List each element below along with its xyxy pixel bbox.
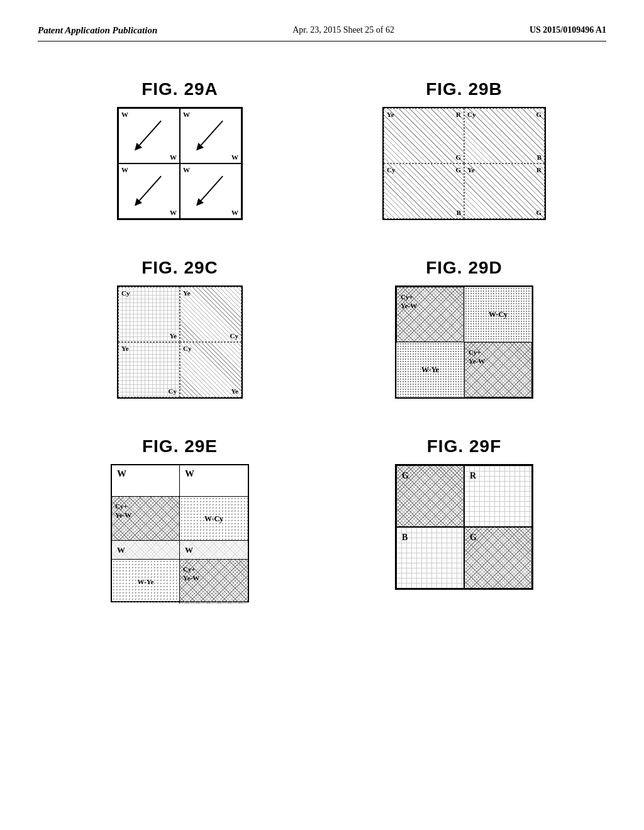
cell-w-cy-tr: W-Cy bbox=[464, 287, 532, 342]
cell-cy-yew-tl: Cy+Ye-W bbox=[396, 287, 464, 342]
cell-w-ye-bl: W-Ye bbox=[396, 342, 464, 397]
label-w-4: W bbox=[183, 166, 190, 174]
cell-w-tl: W W bbox=[118, 108, 180, 163]
svg-line-1 bbox=[199, 121, 223, 148]
label-w-2b: W bbox=[231, 153, 238, 161]
cell-w-bl: W W bbox=[118, 163, 180, 219]
cell-w-top-left: W bbox=[112, 465, 180, 496]
cell-ye-bl: Ye Cy bbox=[118, 342, 180, 397]
fig-29b-title: FIG. 29B bbox=[426, 79, 502, 99]
fig-29c-diagram: Cy Ye Ye Cy Ye Cy Cy bbox=[117, 285, 243, 399]
cell-w-cy-e: W-Cy bbox=[180, 497, 248, 540]
header-publication-label: Patent Application Publication bbox=[38, 25, 157, 36]
fig29e-bot-row: W-Ye Cy+Ye-W bbox=[112, 560, 248, 604]
figure-29d-block: FIG. 29D Cy+Ye-W W-Cy W-Ye bbox=[335, 258, 594, 399]
fig-29f-title: FIG. 29F bbox=[427, 436, 501, 456]
cell-w-mid-right: W bbox=[180, 541, 248, 559]
cell-cy-g-tr: Cy G B bbox=[464, 108, 545, 163]
figure-29c-block: FIG. 29C Cy Ye Ye Cy Ye Cy bbox=[50, 258, 309, 399]
cell-cy-yew-e2: Cy+Ye-W bbox=[180, 560, 248, 604]
page: Patent Application Publication Apr. 23, … bbox=[0, 0, 644, 830]
fig-29e-diagram: W W Cy+Ye-W W-Cy bbox=[111, 464, 249, 602]
label-w-3: W bbox=[121, 166, 128, 174]
svg-line-3 bbox=[199, 176, 223, 203]
cell-cy-g-bl: Cy G B bbox=[384, 163, 464, 219]
header-patent-number: US 2015/0109496 A1 bbox=[530, 25, 606, 35]
svg-line-2 bbox=[137, 176, 161, 203]
label-w-1: W bbox=[121, 111, 128, 118]
figures-container: FIG. 29A W W W bbox=[38, 79, 606, 602]
fig29e-w-row: W W bbox=[112, 541, 248, 560]
cell-cy-yew-br: Cy+Ye-W bbox=[464, 342, 532, 397]
svg-line-0 bbox=[137, 121, 161, 148]
cell-ye-tr: Ye Cy bbox=[180, 287, 242, 342]
cell-w-mid-left: W bbox=[112, 541, 180, 559]
label-w-1b: W bbox=[170, 153, 177, 161]
cell-ye-r: Ye R G bbox=[384, 108, 464, 163]
cell-w-ye-e: W-Ye bbox=[112, 560, 180, 604]
cell-g-tl: G bbox=[396, 465, 464, 527]
cell-w-tr: W W bbox=[180, 108, 242, 163]
figure-29f-block: FIG. 29F G R B bbox=[335, 436, 594, 602]
header-date-sheet: Apr. 23, 2015 Sheet 25 of 62 bbox=[292, 25, 394, 35]
fig-29e-title: FIG. 29E bbox=[142, 436, 218, 456]
cell-cy-tl: Cy Ye bbox=[118, 287, 180, 342]
cell-cy-br: Cy Ye bbox=[180, 342, 242, 397]
fig-29f-diagram: G R B G bbox=[395, 464, 533, 590]
figure-29b-block: FIG. 29B Ye R G Cy G B bbox=[335, 79, 594, 220]
page-header: Patent Application Publication Apr. 23, … bbox=[38, 25, 606, 42]
cell-cy-yew-e: Cy+Ye-W bbox=[112, 497, 180, 540]
fig-29b-diagram: Ye R G Cy G B Cy G B bbox=[382, 107, 546, 220]
fig-29a-diagram: W W W W W bbox=[117, 107, 243, 220]
fig-29c-title: FIG. 29C bbox=[142, 258, 218, 278]
cell-g-br: G bbox=[464, 527, 532, 589]
cell-w-top-right: W bbox=[180, 465, 248, 496]
cell-b-bl: B bbox=[396, 527, 464, 589]
label-w-4b: W bbox=[231, 209, 238, 216]
cell-r-tr: R bbox=[464, 465, 532, 527]
label-w-3b: W bbox=[170, 209, 177, 216]
fig-29d-diagram: Cy+Ye-W W-Cy W-Ye Cy+Ye-W bbox=[395, 285, 533, 399]
fig29e-top-row: W W bbox=[112, 465, 248, 497]
fig29e-mid-row: Cy+Ye-W W-Cy bbox=[112, 497, 248, 541]
fig-29d-title: FIG. 29D bbox=[426, 258, 502, 278]
cell-ye-r-br: Ye R G bbox=[464, 163, 545, 219]
cell-w-br: W W bbox=[180, 163, 242, 219]
label-w-2: W bbox=[183, 111, 190, 118]
figure-29e-block: FIG. 29E W W Cy+Ye-W W-Cy bbox=[50, 436, 309, 602]
figure-29a-block: FIG. 29A W W W bbox=[50, 79, 309, 220]
fig-29a-title: FIG. 29A bbox=[142, 79, 218, 99]
